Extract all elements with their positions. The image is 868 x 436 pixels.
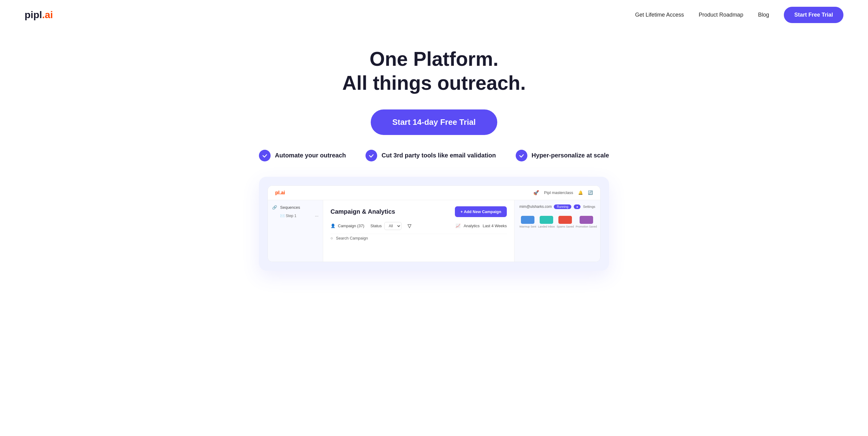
bar-promotion: Promotion Saved xyxy=(576,216,597,228)
bell-icon: 🔔 xyxy=(578,190,583,195)
refresh-icon: 🔄 xyxy=(588,190,593,195)
campaign-count-label: 👤 Campaign (37) xyxy=(331,224,364,228)
bar-spams-fill xyxy=(558,216,572,224)
app-topbar-item: Pipl masterclass xyxy=(544,190,573,195)
table-row[interactable]: ○ Search Campaign xyxy=(331,234,507,242)
analytics-controls: Running ● Settings xyxy=(554,204,595,209)
app-content-header: Campaign & Analytics + Add New Campaign xyxy=(331,206,507,217)
logo-ai: ai xyxy=(45,9,53,21)
app-analytics-panel: mim@ulsharks.com Running ● Settings Warm… xyxy=(514,200,600,262)
app-screenshot-inner: pl.ai 🚀 Pipl masterclass 🔔 🔄 🔗 Sequences xyxy=(268,185,600,262)
feature-text-automate: Automate your outreach xyxy=(275,152,346,159)
more-options-icon[interactable]: ··· xyxy=(315,213,318,218)
check-icon-cut xyxy=(366,150,377,162)
bar-warmup: Warmup Sent xyxy=(519,216,536,228)
feature-badge-hyper: Hyper-personalize at scale xyxy=(516,150,609,162)
sidebar-sub-item-label: ✉️ Step 1 xyxy=(280,214,297,218)
feature-badge-cut: Cut 3rd party tools like email validatio… xyxy=(366,150,496,162)
bar-inbox-fill xyxy=(540,216,553,224)
person-icon: 👤 xyxy=(331,224,335,228)
app-topbar-right: 🚀 Pipl masterclass 🔔 🔄 xyxy=(533,190,593,196)
bar-warmup-label: Warmup Sent xyxy=(519,225,536,228)
app-content: Campaign & Analytics + Add New Campaign … xyxy=(323,200,514,262)
sidebar-item-step1[interactable]: ✉️ Step 1 ··· xyxy=(272,213,318,218)
campaign-analytics-title: Campaign & Analytics xyxy=(331,208,395,215)
nav-links: Get Lifetime Access Product Roadmap Blog… xyxy=(635,7,843,23)
campaign-row-name: Search Campaign xyxy=(336,236,368,240)
rocket-icon: 🚀 xyxy=(533,190,539,196)
app-logo: pl.ai xyxy=(275,190,285,196)
status-filter: Status All xyxy=(370,222,401,230)
nav-link-blog[interactable]: Blog xyxy=(758,12,769,18)
nav-start-free-trial-button[interactable]: Start Free Trial xyxy=(784,7,843,23)
feature-text-cut: Cut 3rd party tools like email validatio… xyxy=(381,152,496,159)
hero-section: One Platform. All things outreach. Start… xyxy=(0,30,868,283)
bar-inbox: Landed Inbox xyxy=(538,216,555,228)
bar-warmup-fill xyxy=(521,216,534,224)
navbar: pipl . ai Get Lifetime Access Product Ro… xyxy=(0,0,868,30)
check-icon-hyper xyxy=(516,150,527,162)
hero-title-line1: One Platform. xyxy=(370,48,498,70)
feature-badges: Automate your outreach Cut 3rd party too… xyxy=(259,150,609,162)
logo[interactable]: pipl . ai xyxy=(25,9,53,21)
bar-promotion-fill xyxy=(580,216,593,224)
sidebar-item-sequences[interactable]: 🔗 Sequences xyxy=(272,205,318,210)
analytics-period: Last 4 Weeks xyxy=(483,224,507,228)
add-new-campaign-button[interactable]: + Add New Campaign xyxy=(455,206,507,217)
logo-pipl: pipl xyxy=(25,9,42,21)
feature-badge-automate: Automate your outreach xyxy=(259,150,346,162)
app-sidebar: 🔗 Sequences ✉️ Step 1 ··· xyxy=(268,200,323,262)
logo-dot: . xyxy=(42,9,45,21)
feature-text-hyper: Hyper-personalize at scale xyxy=(532,152,609,159)
sidebar-label-sequences: Sequences xyxy=(280,205,300,210)
mail-icon: ✉️ xyxy=(280,214,285,218)
check-icon-automate xyxy=(259,150,271,162)
nav-link-roadmap[interactable]: Product Roadmap xyxy=(699,12,743,18)
chart-icon: 📈 xyxy=(456,224,460,228)
analytics-label: Analytics xyxy=(464,224,479,228)
analytics-header: mim@ulsharks.com Running ● Settings xyxy=(519,204,595,209)
app-screenshot-wrapper: pl.ai 🚀 Pipl masterclass 🔔 🔄 🔗 Sequences xyxy=(259,177,609,270)
status-badge-running: ● xyxy=(574,204,581,209)
hero-title-line2: All things outreach. xyxy=(342,72,526,94)
nav-link-lifetime[interactable]: Get Lifetime Access xyxy=(635,12,684,18)
status-label: Status xyxy=(370,224,382,228)
bar-inbox-label: Landed Inbox xyxy=(538,225,555,228)
analytics-email: mim@ulsharks.com xyxy=(519,204,552,209)
bar-spams-label: Spams Saved xyxy=(557,225,574,228)
analytics-bars: Warmup Sent Landed Inbox Spams Saved xyxy=(519,216,595,228)
status-select[interactable]: All xyxy=(384,222,401,230)
hero-cta-button[interactable]: Start 14-day Free Trial xyxy=(371,110,497,135)
link-icon: 🔗 xyxy=(272,205,277,210)
running-toggle[interactable]: Running xyxy=(554,204,571,209)
row-icon: ○ xyxy=(331,236,333,240)
analytics-panel: 📈 Analytics Last 4 Weeks xyxy=(456,224,507,228)
app-main: 🔗 Sequences ✉️ Step 1 ··· Campaign & xyxy=(268,200,600,262)
bar-promotion-label: Promotion Saved xyxy=(576,225,597,228)
filter-icon[interactable]: ▽ xyxy=(408,223,411,229)
app-topbar: pl.ai 🚀 Pipl masterclass 🔔 🔄 xyxy=(268,186,600,200)
bar-spams: Spams Saved xyxy=(557,216,574,228)
settings-link[interactable]: Settings xyxy=(583,205,595,208)
table-header: 👤 Campaign (37) Status All ▽ 📈 A xyxy=(331,222,507,230)
